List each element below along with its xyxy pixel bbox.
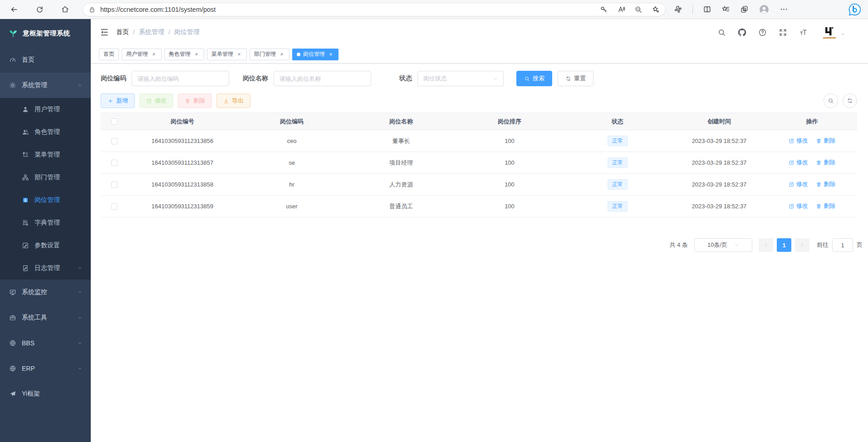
next-page-button[interactable]	[795, 238, 809, 252]
row-delete-link[interactable]: 删除	[816, 202, 835, 210]
tab-home[interactable]: 首页	[99, 49, 119, 60]
lock-icon[interactable]	[88, 6, 96, 13]
url-text[interactable]: https://ccnetcore.com:1101/system/post	[100, 6, 600, 13]
reset-button[interactable]: 重置	[558, 71, 593, 86]
sidebar-item-param-settings[interactable]: 参数设置	[0, 234, 91, 257]
browser-home-button[interactable]	[57, 2, 73, 17]
favorites-icon[interactable]	[721, 5, 730, 14]
bing-chat-icon[interactable]	[848, 3, 862, 16]
search-button[interactable]: 搜索	[516, 71, 552, 86]
org-tree-icon	[22, 174, 29, 181]
table-row[interactable]: 1641030593112313857 se 项目经理 100 正常 2023-…	[101, 152, 857, 174]
row-edit-link[interactable]: 修改	[789, 137, 808, 145]
sidebar-item-dept-mgmt[interactable]: 部门管理	[0, 166, 91, 189]
status-select[interactable]: 岗位状态	[417, 71, 504, 86]
search-form: 岗位编码 岗位名称 状态 岗位状态 搜索 重置	[101, 71, 857, 86]
sidebar-item-yi-framework[interactable]: Yi框架	[0, 381, 91, 407]
sidebar-item-dict-mgmt[interactable]: 字典管理	[0, 211, 91, 234]
add-favorite-icon[interactable]	[652, 5, 660, 14]
export-button[interactable]: 导出	[216, 93, 250, 108]
sidebar-item-post-mgmt[interactable]: 岗位管理	[0, 189, 91, 211]
sidebar-item-bbs[interactable]: BBS	[0, 330, 91, 356]
row-edit-link[interactable]: 修改	[789, 202, 808, 210]
sidebar-item-menu-mgmt[interactable]: 菜单管理	[0, 143, 91, 166]
sidebar-item-system-tools[interactable]: 系统工具	[0, 305, 91, 330]
tab-close-icon[interactable]: ×	[151, 51, 157, 58]
sidebar-item-home[interactable]: 首页	[0, 47, 91, 73]
globe-icon	[9, 365, 16, 372]
current-page-button[interactable]: 1	[777, 238, 791, 252]
row-checkbox[interactable]	[111, 203, 118, 210]
profile-avatar-icon[interactable]	[759, 4, 770, 15]
row-delete-link[interactable]: 删除	[816, 158, 835, 167]
row-checkbox[interactable]	[111, 182, 118, 188]
font-size-icon[interactable]	[799, 28, 808, 37]
tab-close-icon[interactable]: ×	[328, 51, 334, 58]
cell-post-name: 普通员工	[347, 196, 456, 217]
extensions-icon[interactable]	[674, 5, 682, 14]
sidebar-item-log-mgmt[interactable]: 日志管理	[0, 257, 91, 280]
collections-icon[interactable]	[740, 5, 749, 14]
table-row[interactable]: 1641030593112313858 hr 人力资源 100 正常 2023-…	[101, 174, 857, 196]
tab-label: 角色管理	[169, 50, 191, 58]
cell-created-time: 2023-03-29 18:52:37	[672, 152, 767, 174]
post-name-input[interactable]	[274, 71, 371, 86]
app-logo[interactable]: 意框架管理系统	[0, 19, 91, 47]
goto-page-input[interactable]	[832, 238, 853, 252]
edit-button[interactable]: 修改	[139, 93, 173, 108]
fullscreen-icon[interactable]	[779, 28, 787, 37]
help-icon[interactable]	[758, 28, 767, 37]
sidebar-collapse-icon[interactable]	[100, 28, 109, 37]
sidebar-item-erp[interactable]: ERP	[0, 356, 91, 381]
breadcrumb-system[interactable]: 系统管理	[139, 28, 164, 36]
cell-post-code: user	[237, 196, 347, 217]
address-bar[interactable]: https://ccnetcore.com:1101/system/post	[83, 3, 666, 16]
browser-refresh-button[interactable]	[32, 2, 47, 17]
tab-dept-mgmt[interactable]: 部门管理×	[250, 49, 289, 60]
password-key-icon[interactable]	[600, 5, 608, 14]
settings-menu-icon[interactable]	[780, 5, 788, 14]
cell-created-time: 2023-03-29 18:52:37	[672, 174, 767, 196]
split-screen-icon[interactable]	[703, 5, 711, 14]
add-button[interactable]: 新增	[101, 93, 135, 108]
page-size-select[interactable]: 10条/页	[694, 238, 752, 252]
zoom-out-icon[interactable]	[634, 5, 642, 14]
row-edit-link[interactable]: 修改	[789, 180, 808, 188]
table-row[interactable]: 1641030593112313859 user 普通员工 100 正常 202…	[101, 196, 857, 217]
tab-role-mgmt[interactable]: 角色管理×	[164, 49, 204, 60]
post-code-input[interactable]	[132, 71, 229, 86]
sidebar-item-label: 系统管理	[22, 81, 47, 89]
header-search-icon[interactable]	[717, 28, 726, 37]
table-row[interactable]: 1641030593112313856 ceo 董事长 100 正常 2023-…	[101, 130, 857, 152]
user-avatar-menu[interactable]	[823, 26, 845, 39]
row-edit-link[interactable]: 修改	[789, 158, 808, 167]
status-badge: 正常	[608, 157, 628, 168]
row-delete-link[interactable]: 删除	[816, 137, 835, 145]
github-icon[interactable]	[738, 28, 746, 37]
avatar[interactable]	[823, 26, 836, 39]
select-all-checkbox[interactable]	[111, 118, 118, 125]
tab-user-mgmt[interactable]: 用户管理×	[122, 49, 162, 60]
tab-menu-mgmt[interactable]: 菜单管理×	[207, 49, 247, 60]
tab-close-icon[interactable]: ×	[236, 51, 242, 58]
tab-close-icon[interactable]: ×	[193, 51, 200, 58]
edit-icon	[789, 182, 794, 187]
tab-post-mgmt[interactable]: 岗位管理×	[292, 49, 338, 60]
toggle-search-button[interactable]	[824, 93, 838, 108]
sidebar-item-user-mgmt[interactable]: 用户管理	[0, 98, 91, 121]
refresh-table-button[interactable]	[843, 93, 857, 108]
browser-back-button[interactable]	[6, 2, 22, 17]
read-aloud-icon[interactable]	[617, 5, 625, 14]
prev-page-button[interactable]	[759, 238, 773, 252]
row-checkbox[interactable]	[111, 138, 118, 144]
tab-close-icon[interactable]: ×	[279, 51, 285, 58]
sidebar-item-label: Yi框架	[22, 390, 40, 398]
trash-icon	[185, 98, 191, 104]
sidebar-item-system-monitor[interactable]: 系统监控	[0, 280, 91, 305]
row-delete-link[interactable]: 删除	[816, 180, 835, 188]
delete-button[interactable]: 删除	[178, 93, 212, 108]
sidebar-item-system-mgmt[interactable]: 系统管理	[0, 73, 91, 98]
row-checkbox[interactable]	[111, 160, 118, 166]
sidebar-item-role-mgmt[interactable]: 角色管理	[0, 121, 91, 143]
breadcrumb-home[interactable]: 首页	[116, 28, 129, 36]
